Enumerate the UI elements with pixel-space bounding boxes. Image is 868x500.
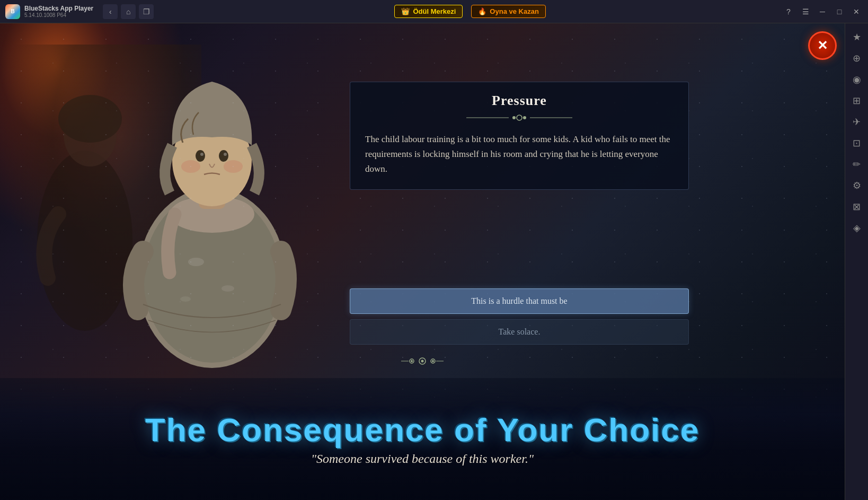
svg-point-18 xyxy=(512,116,516,119)
home-button[interactable]: ⌂ xyxy=(121,4,136,19)
sidebar-icon-gear[interactable]: ⚙ xyxy=(847,176,866,195)
minimize-button[interactable]: ─ xyxy=(815,4,830,19)
dialog-ornament-top xyxy=(365,113,674,125)
choice-button-1[interactable]: This is a hurdle that must be xyxy=(350,288,689,314)
titlebar-left: B BlueStacks App Player 5.14.10.1008 P64… xyxy=(0,4,159,19)
banner-subtitle: "Someone survived because of this worker… xyxy=(311,452,534,466)
dialog-text: The child labour training is a bit too m… xyxy=(365,132,674,177)
svg-point-19 xyxy=(517,115,522,120)
svg-point-27 xyxy=(432,360,434,362)
dialog-box: Pressure The child labour training is a … xyxy=(350,82,689,190)
svg-point-25 xyxy=(421,360,424,363)
svg-point-8 xyxy=(196,150,205,162)
titlebar-nav: ‹ ⌂ ❐ xyxy=(103,4,154,19)
copy-button[interactable]: ❐ xyxy=(139,4,154,19)
sidebar-icon-diamond[interactable]: ◈ xyxy=(847,218,866,238)
bluestacks-logo: B xyxy=(5,4,20,19)
maximize-button[interactable]: □ xyxy=(832,4,847,19)
sidebar-icon-star[interactable]: ★ xyxy=(847,28,866,47)
close-window-button[interactable]: ✕ xyxy=(849,4,864,19)
back-button[interactable]: ‹ xyxy=(103,4,118,19)
crown-icon: 👑 xyxy=(401,7,410,15)
help-button[interactable]: ? xyxy=(781,4,796,19)
svg-point-13 xyxy=(224,160,243,173)
play-earn-badge[interactable]: 🔥 Oyna ve Kazan xyxy=(471,5,546,18)
sidebar-icon-x[interactable]: ⊠ xyxy=(847,197,866,216)
bottom-ornament xyxy=(401,355,444,370)
svg-point-10 xyxy=(200,153,203,156)
svg-point-12 xyxy=(181,160,200,173)
app-title: BlueStacks App Player xyxy=(24,5,93,12)
sidebar-icon-plane[interactable]: ✈ xyxy=(847,112,866,131)
svg-point-16 xyxy=(180,296,191,302)
game-area: Pressure The child labour training is a … xyxy=(0,23,845,500)
reward-center-badge[interactable]: 👑 Ödül Merkezi xyxy=(394,5,463,18)
close-game-button[interactable]: ✕ xyxy=(808,31,837,60)
dialog-title: Pressure xyxy=(365,93,674,109)
titlebar-center: 👑 Ödül Merkezi 🔥 Oyna ve Kazan xyxy=(159,5,781,18)
titlebar: B BlueStacks App Player 5.14.10.1008 P64… xyxy=(0,0,868,23)
sidebar-icon-square[interactable]: ⊡ xyxy=(847,134,866,153)
reward-center-label: Ödül Merkezi xyxy=(413,7,456,15)
choice-container: This is a hurdle that must be Take solac… xyxy=(350,288,689,345)
app-version: 5.14.10.1008 P64 xyxy=(24,12,93,18)
child-figure xyxy=(69,50,344,368)
bottom-banner: The Consequence of Your Choice "Someone … xyxy=(0,378,845,500)
svg-point-23 xyxy=(411,360,413,362)
svg-point-14 xyxy=(188,258,204,266)
main-container: Pressure The child labour training is a … xyxy=(0,23,868,500)
sidebar-icon-add[interactable]: ⊕ xyxy=(847,49,866,68)
svg-point-15 xyxy=(222,285,234,292)
svg-point-11 xyxy=(224,153,227,156)
sidebar-icon-edit[interactable]: ✏ xyxy=(847,155,866,174)
menu-button[interactable]: ☰ xyxy=(798,4,813,19)
titlebar-right: ? ☰ ─ □ ✕ xyxy=(781,4,868,19)
app-name-block: BlueStacks App Player 5.14.10.1008 P64 xyxy=(24,5,93,18)
svg-point-9 xyxy=(219,150,228,162)
sidebar-icon-grid[interactable]: ⊞ xyxy=(847,91,866,110)
banner-title: The Consequence of Your Choice xyxy=(145,412,699,448)
sidebar-icon-circle[interactable]: ◉ xyxy=(847,70,866,89)
right-sidebar: ★ ⊕ ◉ ⊞ ✈ ⊡ ✏ ⚙ ⊠ ◈ xyxy=(845,23,868,500)
svg-point-20 xyxy=(523,116,526,119)
play-earn-label: Oyna ve Kazan xyxy=(490,7,539,15)
choice-button-2[interactable]: Take solace. xyxy=(350,319,689,345)
fire-icon: 🔥 xyxy=(478,7,486,15)
